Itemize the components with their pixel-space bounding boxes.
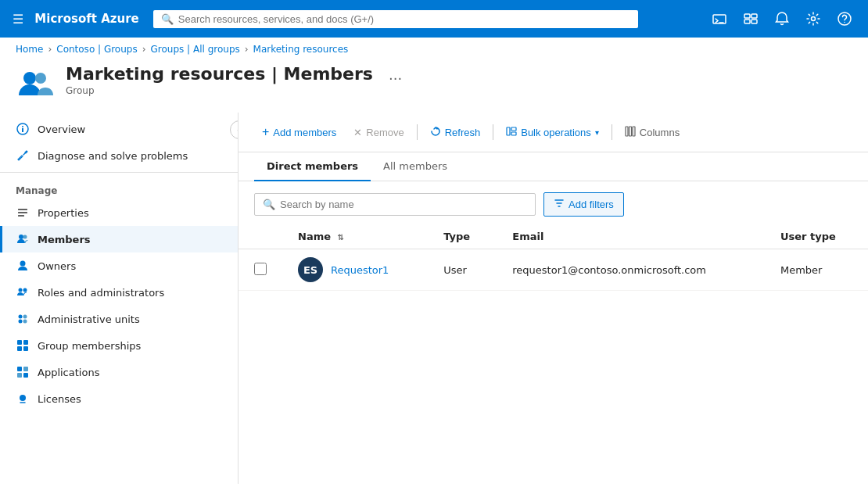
top-navigation: ☰ Microsoft Azure 🔍 — [0, 0, 868, 38]
svg-point-18 — [20, 261, 26, 267]
svg-point-23 — [19, 320, 23, 324]
svg-point-9 — [35, 73, 46, 84]
name-col-header[interactable]: Name ⇅ — [282, 224, 428, 249]
row-checkbox-cell[interactable] — [239, 249, 282, 291]
svg-point-24 — [23, 315, 27, 319]
topnav-icons — [705, 5, 859, 33]
svg-rect-39 — [633, 127, 635, 136]
filter-bar: 🔍 Add filters — [239, 181, 868, 224]
page-subtitle: Group — [66, 85, 373, 96]
properties-icon — [16, 206, 30, 220]
sidebar-item-roles[interactable]: Roles and administrators — [0, 279, 238, 306]
remove-button[interactable]: ✕ Remove — [346, 122, 411, 143]
sidebar: « Overview Diagnose and solve problems M… — [0, 113, 239, 484]
remove-icon: ✕ — [353, 127, 362, 138]
info-icon — [16, 122, 30, 136]
svg-rect-29 — [17, 367, 22, 371]
notifications-icon[interactable] — [768, 5, 796, 33]
svg-rect-38 — [629, 127, 631, 136]
admin-units-icon — [16, 312, 30, 326]
svg-rect-1 — [744, 14, 750, 18]
search-icon: 🔍 — [161, 13, 174, 25]
svg-point-6 — [838, 13, 851, 25]
sidebar-item-label: Owners — [38, 260, 76, 272]
directory-icon[interactable] — [737, 5, 765, 33]
tab-all-members[interactable]: All members — [371, 152, 460, 181]
group-icon — [16, 66, 53, 103]
bulk-operations-button[interactable]: Bulk operations ▾ — [498, 121, 607, 144]
sidebar-item-owners[interactable]: Owners — [0, 252, 238, 279]
svg-point-17 — [23, 235, 27, 239]
row-name-cell: ES Requestor1 — [282, 249, 428, 291]
breadcrumb-current: Marketing resources — [253, 44, 349, 55]
row-checkbox[interactable] — [254, 263, 267, 275]
members-table: Name ⇅ Type Email User type ES Requestor… — [239, 224, 868, 291]
group-memberships-icon — [16, 338, 30, 353]
sidebar-item-group-memberships[interactable]: Group memberships — [0, 332, 238, 359]
columns-icon — [625, 126, 636, 139]
sidebar-item-properties[interactable]: Properties — [0, 199, 238, 226]
cloud-shell-icon[interactable] — [705, 5, 733, 33]
columns-button[interactable]: Columns — [617, 121, 687, 144]
more-options-icon[interactable]: ··· — [389, 70, 402, 87]
svg-rect-26 — [23, 340, 28, 345]
sidebar-item-members[interactable]: Members — [0, 226, 238, 252]
settings-icon[interactable] — [799, 5, 827, 33]
search-icon: 🔍 — [263, 199, 275, 210]
refresh-button[interactable]: Refresh — [422, 121, 489, 144]
chevron-down-icon: ▾ — [595, 128, 599, 137]
search-box[interactable]: 🔍 — [254, 193, 536, 216]
svg-point-33 — [20, 395, 26, 401]
help-icon[interactable] — [830, 5, 859, 33]
global-search-input[interactable] — [178, 13, 630, 25]
sidebar-item-licenses[interactable]: Licenses — [0, 385, 238, 412]
toolbar-divider-1 — [417, 124, 418, 140]
svg-rect-27 — [17, 346, 22, 351]
filter-icon — [554, 198, 565, 211]
manage-section-label: Manage — [0, 176, 238, 199]
svg-rect-28 — [23, 346, 28, 351]
sidebar-item-applications[interactable]: Applications — [0, 359, 238, 385]
svg-rect-14 — [18, 212, 27, 213]
global-search-box[interactable]: 🔍 — [153, 10, 638, 28]
toolbar: + Add members ✕ Remove Refresh Bulk oper… — [239, 113, 868, 152]
sidebar-item-label: Overview — [38, 124, 85, 135]
add-members-button[interactable]: + Add members — [254, 120, 344, 144]
breadcrumb-all-groups[interactable]: Groups | All groups — [151, 44, 240, 55]
toolbar-divider-2 — [493, 124, 493, 140]
breadcrumb-contoso-groups[interactable]: Contoso | Groups — [56, 44, 137, 55]
members-tabs: Direct members All members — [239, 152, 868, 181]
svg-rect-25 — [17, 340, 22, 345]
svg-point-7 — [844, 22, 845, 23]
sidebar-item-overview[interactable]: Overview — [0, 116, 238, 142]
members-icon — [16, 232, 30, 246]
svg-point-8 — [23, 72, 36, 84]
sidebar-item-admin-units[interactable]: Administrative units — [0, 306, 238, 332]
svg-rect-36 — [511, 132, 516, 135]
add-filters-button[interactable]: Add filters — [543, 192, 624, 217]
sidebar-item-label: Diagnose and solve problems — [38, 150, 188, 162]
hamburger-menu[interactable]: ☰ — [9, 9, 27, 30]
svg-rect-15 — [18, 215, 24, 217]
licenses-icon — [16, 392, 30, 406]
svg-rect-35 — [511, 127, 516, 131]
svg-rect-30 — [23, 367, 28, 371]
svg-point-20 — [23, 288, 27, 292]
search-input[interactable] — [280, 199, 527, 210]
breadcrumb: Home › Contoso | Groups › Groups | All g… — [0, 38, 868, 61]
row-usertype-cell: Member — [765, 249, 868, 291]
page-header: Marketing resources | Members Group ··· — [0, 61, 868, 113]
user-name-link[interactable]: Requestor1 — [331, 264, 389, 276]
sidebar-item-label: Roles and administrators — [38, 287, 164, 299]
sidebar-item-label: Applications — [38, 367, 99, 378]
breadcrumb-home[interactable]: Home — [16, 44, 43, 55]
svg-point-22 — [23, 320, 27, 324]
app-title: Microsoft Azure — [34, 12, 138, 26]
svg-point-5 — [812, 17, 816, 21]
svg-rect-3 — [744, 20, 750, 23]
roles-icon — [16, 285, 30, 299]
select-all-col — [239, 224, 282, 249]
sort-icon: ⇅ — [338, 233, 344, 242]
tab-direct-members[interactable]: Direct members — [254, 152, 371, 181]
sidebar-item-diagnose[interactable]: Diagnose and solve problems — [0, 142, 238, 169]
